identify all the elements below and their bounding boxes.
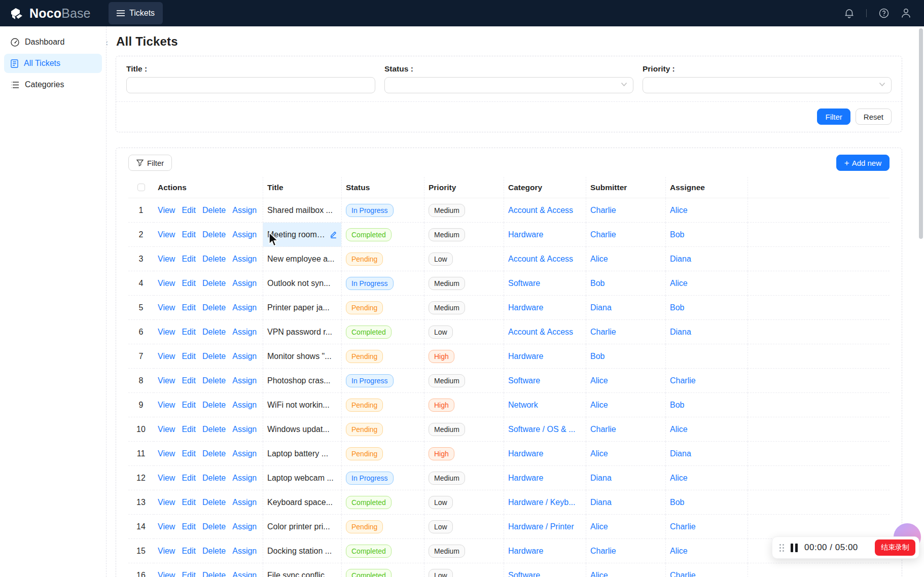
row-title-cell[interactable]: Meeting room pr... xyxy=(263,223,341,247)
category-link[interactable]: Hardware xyxy=(508,352,543,361)
row-title-cell[interactable]: Docking station ... xyxy=(263,539,341,563)
action-delete-link[interactable]: Delete xyxy=(202,230,226,239)
row-title-cell[interactable]: VPN password r... xyxy=(263,320,341,344)
submitter-link[interactable]: Alice xyxy=(590,571,608,577)
category-link[interactable]: Hardware xyxy=(508,547,543,556)
action-assign-link[interactable]: Assign xyxy=(232,230,257,239)
action-edit-link[interactable]: Edit xyxy=(182,303,196,312)
action-edit-link[interactable]: Edit xyxy=(182,571,196,577)
assignee-link[interactable]: Alice xyxy=(670,474,688,483)
row-title-cell[interactable]: File sync conflic... xyxy=(263,563,341,577)
action-edit-link[interactable]: Edit xyxy=(182,547,196,556)
action-view-link[interactable]: View xyxy=(158,474,175,483)
row-title-cell[interactable]: New employee a... xyxy=(263,247,341,271)
action-delete-link[interactable]: Delete xyxy=(202,255,226,264)
category-link[interactable]: Software xyxy=(508,279,540,288)
action-delete-link[interactable]: Delete xyxy=(202,303,226,312)
action-assign-link[interactable]: Assign xyxy=(232,522,257,531)
submitter-link[interactable]: Alice xyxy=(590,401,608,410)
row-title-cell[interactable]: WiFi not workin... xyxy=(263,393,341,417)
row-title-cell[interactable]: Color printer pri... xyxy=(263,515,341,539)
filter-submit-button[interactable]: Filter xyxy=(817,109,850,125)
action-edit-link[interactable]: Edit xyxy=(182,498,196,507)
action-edit-link[interactable]: Edit xyxy=(182,206,196,215)
user-icon[interactable] xyxy=(901,8,911,18)
select-all-checkbox[interactable] xyxy=(137,184,145,191)
add-new-button[interactable]: + Add new xyxy=(836,155,890,171)
category-link[interactable]: Hardware / Keyb... xyxy=(508,498,576,507)
column-header-status[interactable]: Status xyxy=(341,177,424,198)
submitter-link[interactable]: Diana xyxy=(590,498,612,507)
action-assign-link[interactable]: Assign xyxy=(232,571,257,577)
submitter-link[interactable]: Bob xyxy=(590,279,605,288)
action-delete-link[interactable]: Delete xyxy=(202,547,226,556)
action-edit-link[interactable]: Edit xyxy=(182,279,196,288)
row-title-cell[interactable]: Shared mailbox ... xyxy=(263,198,341,223)
action-delete-link[interactable]: Delete xyxy=(202,352,226,361)
submitter-link[interactable]: Bob xyxy=(590,352,605,361)
nocobase-logo[interactable]: NocoBase xyxy=(0,6,106,21)
row-title-cell[interactable]: Photoshop cras... xyxy=(263,369,341,393)
action-edit-link[interactable]: Edit xyxy=(182,474,196,483)
action-delete-link[interactable]: Delete xyxy=(202,401,226,410)
sidebar-item-dashboard[interactable]: Dashboard xyxy=(4,32,102,52)
action-view-link[interactable]: View xyxy=(158,571,175,577)
assignee-link[interactable]: Charlie xyxy=(670,571,696,577)
action-edit-link[interactable]: Edit xyxy=(182,376,196,385)
action-view-link[interactable]: View xyxy=(158,522,175,531)
action-assign-link[interactable]: Assign xyxy=(232,474,257,483)
action-assign-link[interactable]: Assign xyxy=(232,303,257,312)
action-delete-link[interactable]: Delete xyxy=(202,449,226,458)
assignee-link[interactable]: Alice xyxy=(670,279,688,288)
action-assign-link[interactable]: Assign xyxy=(232,498,257,507)
action-view-link[interactable]: View xyxy=(158,255,175,264)
action-assign-link[interactable]: Assign xyxy=(232,206,257,215)
row-title-cell[interactable]: Laptop battery ... xyxy=(263,442,341,466)
filter-reset-button[interactable]: Reset xyxy=(856,109,892,125)
edit-pencil-icon[interactable] xyxy=(330,231,337,238)
action-assign-link[interactable]: Assign xyxy=(232,547,257,556)
assignee-link[interactable]: Diana xyxy=(670,255,691,264)
assignee-link[interactable]: Charlie xyxy=(670,522,696,531)
category-link[interactable]: Account & Access xyxy=(508,206,573,215)
action-assign-link[interactable]: Assign xyxy=(232,376,257,385)
assignee-link[interactable]: Alice xyxy=(670,547,688,556)
action-view-link[interactable]: View xyxy=(158,401,175,410)
assignee-link[interactable]: Alice xyxy=(670,206,688,215)
tab-tickets[interactable]: Tickets xyxy=(109,2,163,24)
column-header-priority[interactable]: Priority xyxy=(424,177,504,198)
help-icon[interactable] xyxy=(879,8,889,18)
action-edit-link[interactable]: Edit xyxy=(182,352,196,361)
scrollbar-thumb[interactable] xyxy=(919,28,923,239)
assignee-link[interactable]: Bob xyxy=(670,498,684,507)
column-header-actions[interactable]: Actions xyxy=(154,177,263,198)
submitter-link[interactable]: Charlie xyxy=(590,328,616,337)
action-view-link[interactable]: View xyxy=(158,498,175,507)
drag-handle-icon[interactable] xyxy=(779,544,784,552)
category-link[interactable]: Software / OS & ... xyxy=(508,425,576,434)
action-view-link[interactable]: View xyxy=(158,547,175,556)
action-edit-link[interactable]: Edit xyxy=(182,449,196,458)
row-title-cell[interactable]: Monitor shows "... xyxy=(263,344,341,369)
priority-filter-select[interactable] xyxy=(643,77,892,93)
action-delete-link[interactable]: Delete xyxy=(202,279,226,288)
column-header-title[interactable]: Title xyxy=(263,177,341,198)
action-edit-link[interactable]: Edit xyxy=(182,255,196,264)
action-view-link[interactable]: View xyxy=(158,449,175,458)
submitter-link[interactable]: Charlie xyxy=(590,547,616,556)
submitter-link[interactable]: Charlie xyxy=(590,206,616,215)
category-link[interactable]: Hardware / Printer xyxy=(508,522,574,531)
stop-recording-button[interactable]: 结束录制 xyxy=(875,539,915,556)
category-link[interactable]: Hardware xyxy=(508,303,543,312)
sidebar-item-all-tickets[interactable]: All Tickets xyxy=(4,54,102,73)
action-edit-link[interactable]: Edit xyxy=(182,522,196,531)
row-title-cell[interactable]: Outlook not syn... xyxy=(263,271,341,296)
submitter-link[interactable]: Charlie xyxy=(590,230,616,239)
action-assign-link[interactable]: Assign xyxy=(232,352,257,361)
assignee-link[interactable]: Bob xyxy=(670,230,684,239)
action-delete-link[interactable]: Delete xyxy=(202,328,226,337)
bell-icon[interactable] xyxy=(844,8,854,18)
action-assign-link[interactable]: Assign xyxy=(232,255,257,264)
action-edit-link[interactable]: Edit xyxy=(182,425,196,434)
action-delete-link[interactable]: Delete xyxy=(202,498,226,507)
